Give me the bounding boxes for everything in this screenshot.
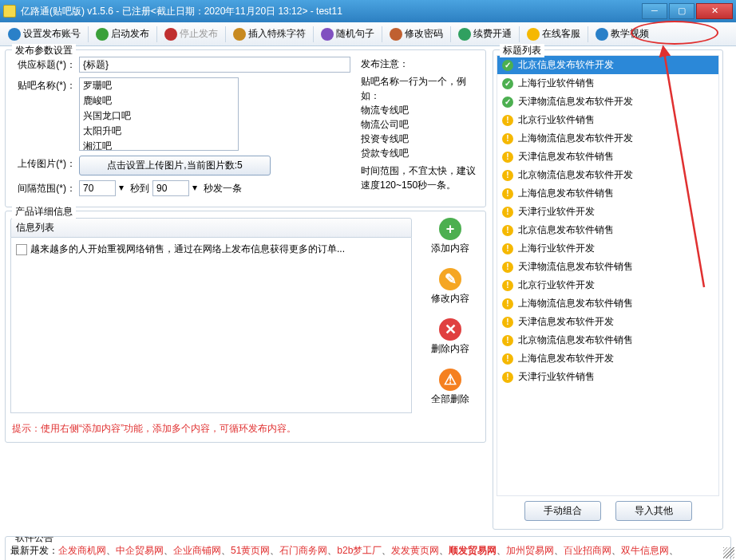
toolbar-label: 续费开通 bbox=[473, 27, 512, 41]
title-item-text: 天津行业软件开发 bbox=[518, 205, 595, 219]
upload-image-button[interactable]: 点击设置上传图片,当前图片数:5 bbox=[79, 156, 271, 175]
title-item-text: 天津信息发布软件销售 bbox=[518, 150, 614, 164]
title-list-item[interactable]: 上海信息发布软件销售 bbox=[497, 184, 718, 203]
tieba-line-label: 贴吧名称一行为一个，例如： bbox=[361, 74, 481, 103]
listbox-item[interactable]: 鹿峻吧 bbox=[80, 93, 238, 108]
toolbar-wand-button[interactable]: 随机句子 bbox=[316, 26, 379, 42]
toolbar-globe-button[interactable]: 设置发布账号 bbox=[3, 26, 85, 42]
key-icon bbox=[233, 28, 246, 41]
listbox-item[interactable]: 兴国龙口吧 bbox=[80, 108, 238, 124]
title-list-item[interactable]: 上海物流信息发布软件开发 bbox=[497, 129, 718, 148]
title-item-text: 上海物流信息发布软件销售 bbox=[518, 297, 633, 310]
title-list[interactable]: 北京信息发布软件开发上海行业软件销售天津物流信息发布软件开发北京行业软件销售上海… bbox=[497, 55, 719, 496]
software-notice-group: 软件公告 最新开发：企发商机网、中企贸易网、企业商铺网、51黄页网、石门商务网、… bbox=[5, 536, 731, 560]
listbox-item[interactable]: 湘江吧 bbox=[80, 139, 238, 151]
hint-text: 提示：使用右侧“添加内容”功能，添加多个内容，可循环发布内容。 bbox=[10, 419, 481, 439]
warning-icon bbox=[502, 207, 513, 218]
tieba-name-listbox[interactable]: 罗珊吧鹿峻吧兴国龙口吧太阳升吧湘江吧祥符镇吧修水古市吧 bbox=[79, 77, 239, 151]
manual-combine-button[interactable]: 手动组合 bbox=[524, 501, 601, 521]
notice-link[interactable]: 中企贸易网 bbox=[116, 545, 164, 556]
title-item-text: 天津物流信息发布软件销售 bbox=[518, 260, 633, 274]
title-list-item[interactable]: 北京信息发布软件开发 bbox=[497, 56, 718, 74]
listbox-item[interactable]: 罗珊吧 bbox=[80, 78, 238, 93]
notice-link[interactable]: 百业招商网 bbox=[564, 545, 611, 556]
supply-title-label: 供应标题(*)： bbox=[10, 57, 79, 72]
toolbar-label: 启动发布 bbox=[111, 27, 149, 41]
group-title: 标题列表 bbox=[500, 44, 544, 57]
toolbar-label: 设置发布账号 bbox=[23, 27, 81, 41]
title-list-item[interactable]: 北京物流信息发布软件开发 bbox=[497, 166, 718, 184]
edit-content-button[interactable]: ✎修改内容 bbox=[420, 268, 481, 306]
tieba-name-label: 贴吧名称(*)： bbox=[10, 77, 79, 93]
toolbar-info-button[interactable]: 教学视频 bbox=[591, 26, 654, 42]
title-list-item[interactable]: 北京行业软件销售 bbox=[497, 111, 718, 129]
toolbar-lock-button[interactable]: 修改密码 bbox=[385, 26, 448, 42]
publish-params-group: 发布参数设置 供应标题(*)： 贴吧名称(*)： 罗珊吧鹿峻吧兴国龙口吧太阳升吧… bbox=[5, 49, 486, 207]
group-title: 软件公告 bbox=[12, 536, 57, 545]
warning-icon bbox=[502, 115, 513, 126]
notice-link[interactable]: 双牛信息网 bbox=[621, 545, 669, 556]
example-list: 物流专线吧物流公司吧投资专线吧贷款专线吧 bbox=[361, 103, 481, 160]
import-other-button[interactable]: 导入其他 bbox=[615, 501, 692, 521]
title-item-text: 天津物流信息发布软件开发 bbox=[518, 95, 633, 108]
time-note: 时间范围，不宜太快，建议速度120~150秒一条。 bbox=[361, 164, 481, 192]
notice-body: 最新开发：企发商机网、中企贸易网、企业商铺网、51黄页网、石门商务网、b2b梦工… bbox=[10, 543, 726, 560]
title-list-item[interactable]: 天津信息发布软件开发 bbox=[497, 313, 718, 331]
title-list-item[interactable]: 北京行业软件开发 bbox=[497, 276, 718, 294]
title-list-item[interactable]: 天津行业软件销售 bbox=[497, 368, 718, 386]
resize-grip[interactable] bbox=[723, 547, 734, 558]
toolbar-key-button[interactable]: 插入特殊字符 bbox=[228, 26, 311, 42]
toolbar-play-button[interactable]: 启动发布 bbox=[91, 26, 154, 42]
group-title: 产品详细信息 bbox=[12, 205, 76, 219]
title-list-item[interactable]: 天津物流信息发布软件销售 bbox=[497, 258, 718, 276]
list-item[interactable]: 越来越多的人开始重视网络销售，通过在网络上发布信息获得更多的订单... bbox=[14, 241, 408, 258]
title-list-item[interactable]: 天津行业软件开发 bbox=[497, 203, 718, 221]
interval-label: 间隔范围(*)： bbox=[10, 180, 79, 195]
title-item-text: 北京物流信息发布软件开发 bbox=[518, 168, 633, 182]
warning-icon bbox=[502, 353, 513, 365]
notice-link[interactable]: 51黄页网 bbox=[231, 545, 270, 556]
play-icon bbox=[96, 28, 109, 41]
title-list-item[interactable]: 天津信息发布软件销售 bbox=[497, 148, 718, 166]
title-list-item[interactable]: 上海行业软件销售 bbox=[497, 74, 718, 93]
toolbar-star-button[interactable]: 在线客服 bbox=[522, 26, 585, 42]
title-list-item[interactable]: 上海物流信息发布软件销售 bbox=[497, 294, 718, 313]
notice-link[interactable]: b2b梦工厂 bbox=[337, 545, 382, 556]
notice-link[interactable]: 企业商铺网 bbox=[173, 545, 221, 556]
wand-icon bbox=[321, 28, 334, 41]
title-list-item[interactable]: 天津物流信息发布软件开发 bbox=[497, 93, 718, 111]
add-content-button[interactable]: +添加内容 bbox=[420, 218, 481, 255]
title-item-text: 上海行业软件开发 bbox=[518, 242, 595, 255]
title-item-text: 上海信息发布软件销售 bbox=[518, 187, 614, 200]
toolbar-cart-button[interactable]: 续费开通 bbox=[453, 26, 516, 42]
title-item-text: 北京信息发布软件开发 bbox=[518, 58, 614, 72]
toolbar-stop-button: 停止发布 bbox=[160, 26, 223, 42]
listbox-item[interactable]: 太阳升吧 bbox=[80, 124, 238, 139]
titlebar: 亿路通(贴吧版) v1.5.6 - 已注册<截止日期：2020年11月20日 1… bbox=[0, 0, 736, 22]
delete-content-button[interactable]: ✕删除内容 bbox=[420, 318, 481, 356]
notice-link[interactable]: 企发商机网 bbox=[58, 545, 106, 556]
product-detail-group: 产品详细信息 信息列表 越来越多的人开始重视网络销售，通过在网络上发布信息获得更… bbox=[5, 211, 486, 443]
close-button[interactable]: ✕ bbox=[696, 3, 733, 19]
check-icon bbox=[502, 78, 513, 89]
title-list-item[interactable]: 上海信息发布软件开发 bbox=[497, 349, 718, 368]
notice-link[interactable]: 加州贸易网 bbox=[506, 545, 554, 556]
supply-title-input[interactable] bbox=[79, 57, 350, 73]
title-item-text: 天津信息发布软件开发 bbox=[518, 315, 614, 329]
title-list-item[interactable]: 北京信息发布软件销售 bbox=[497, 221, 718, 239]
title-list-item[interactable]: 上海行业软件开发 bbox=[497, 239, 718, 258]
maximize-button[interactable]: ▢ bbox=[669, 3, 694, 19]
notice-link[interactable]: 发发黄页网 bbox=[391, 545, 439, 556]
info-list-body[interactable]: 越来越多的人开始重视网络销售，通过在网络上发布信息获得更多的订单... bbox=[10, 238, 412, 413]
cart-icon bbox=[458, 28, 471, 41]
interval-to-input[interactable] bbox=[152, 180, 189, 196]
warning-icon bbox=[502, 225, 513, 236]
delete-all-button[interactable]: ⚠全部删除 bbox=[420, 369, 481, 406]
notice-link[interactable]: 石门商务网 bbox=[279, 545, 327, 556]
interval-from-input[interactable] bbox=[79, 180, 116, 196]
title-item-text: 上海行业软件销售 bbox=[518, 77, 595, 90]
minimize-button[interactable]: ─ bbox=[642, 3, 667, 19]
title-item-text: 上海信息发布软件开发 bbox=[518, 352, 614, 365]
title-list-item[interactable]: 北京物流信息发布软件销售 bbox=[497, 331, 718, 349]
notice-link[interactable]: 顺发贸易网 bbox=[449, 545, 497, 556]
